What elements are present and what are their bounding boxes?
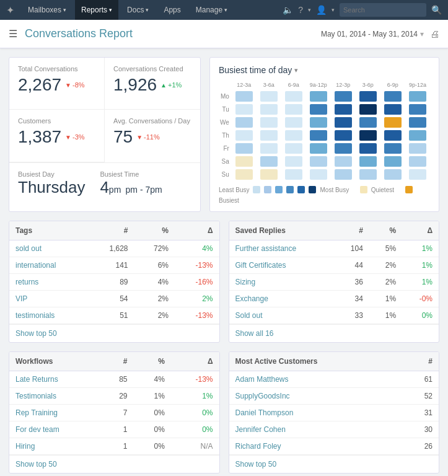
table-row: For dev team10%0% bbox=[9, 421, 219, 438]
workflows-col-pct: % bbox=[134, 352, 171, 371]
top-row: Total Conversations 2,267 ▼ -8% Conversa… bbox=[9, 57, 439, 212]
row-hash: 141 bbox=[88, 257, 134, 274]
nav-reports[interactable]: Reports ▾ bbox=[75, 0, 118, 20]
table-row: Richard Foley26 bbox=[229, 438, 439, 455]
row-name[interactable]: Richard Foley bbox=[229, 438, 402, 455]
table-row: sold out1,62872%4% bbox=[9, 240, 219, 257]
tags-show-more[interactable]: Show top 50 bbox=[9, 324, 219, 342]
row-delta: -0% bbox=[402, 291, 439, 307]
legend-swatch-3 bbox=[275, 186, 283, 193]
active-customers-col-hash: # bbox=[401, 352, 439, 371]
user-icon[interactable]: 👤 bbox=[316, 5, 327, 15]
row-name[interactable]: Jennifer Cohen bbox=[229, 421, 402, 438]
row-name[interactable]: Exchange bbox=[229, 291, 334, 307]
row-name[interactable]: returns bbox=[9, 274, 88, 291]
nav-mailboxes[interactable]: Mailboxes ▾ bbox=[22, 0, 72, 20]
row-name[interactable]: Gift Certificates bbox=[229, 257, 334, 274]
row-hash: 1 bbox=[100, 438, 134, 455]
chevron-down-icon: ▾ bbox=[63, 7, 66, 13]
legend-swatch-5 bbox=[297, 186, 305, 193]
row-name[interactable]: SupplyGoodsInc bbox=[229, 388, 402, 405]
row-name[interactable]: sold out bbox=[9, 240, 88, 257]
row-name[interactable]: testimonials bbox=[9, 307, 88, 324]
row-delta: N/A bbox=[171, 438, 219, 455]
row-pct: 6% bbox=[134, 257, 175, 274]
nav-docs[interactable]: Docs ▾ bbox=[121, 0, 155, 20]
heatmap-panel: Busiest time of day ▾ 12-3a3-6a6-9a9a-12… bbox=[209, 57, 439, 212]
row-delta: 1% bbox=[402, 274, 439, 291]
help-icon[interactable]: ? bbox=[298, 5, 303, 15]
row-pct: 1% bbox=[369, 291, 402, 307]
chevron-down-icon[interactable]: ▾ bbox=[420, 30, 424, 38]
volume-icon[interactable]: 🔈 bbox=[283, 5, 293, 15]
row-pct: 72% bbox=[134, 240, 175, 257]
table-row: Further assistance1045%1% bbox=[229, 240, 439, 257]
row-name[interactable]: international bbox=[9, 257, 88, 274]
chevron-down-icon: ▾ bbox=[308, 7, 311, 13]
row-pct: 4% bbox=[134, 371, 171, 388]
tags-col-delta: Δ bbox=[175, 221, 219, 240]
row-pct: 2% bbox=[369, 274, 402, 291]
tags-table: Tags # % Δ sold out1,62872%4%internation… bbox=[9, 221, 220, 343]
legend-swatch-busiest bbox=[405, 186, 413, 193]
row-pct: 2% bbox=[134, 307, 175, 324]
arrow-up-icon: ▲ bbox=[160, 82, 167, 89]
row-name[interactable]: Rep Training bbox=[9, 405, 100, 421]
nav-icons: 🔈 ? ▾ 👤 ▾ 🔍 bbox=[283, 3, 442, 17]
table-row: VIP542%2% bbox=[9, 291, 219, 307]
active-customers-table: Most Active Customers # Adam Matthews61S… bbox=[229, 351, 440, 474]
chevron-down-icon[interactable]: ▾ bbox=[294, 66, 298, 74]
table-row: Sizing362%1% bbox=[229, 274, 439, 291]
row-delta: -13% bbox=[175, 257, 219, 274]
row-name[interactable]: Late Returns bbox=[9, 371, 100, 388]
table-row: Gift Certificates442%1% bbox=[229, 257, 439, 274]
chevron-down-icon: ▾ bbox=[224, 7, 227, 13]
row-name[interactable]: Testimonials bbox=[9, 388, 100, 405]
row-hash: 30 bbox=[401, 421, 439, 438]
stat-cards: Total Conversations 2,267 ▼ -8% Conversa… bbox=[9, 57, 201, 212]
print-icon[interactable]: 🖨 bbox=[430, 29, 439, 39]
row-name[interactable]: Adam Matthews bbox=[229, 371, 402, 388]
row-pct: 1% bbox=[134, 388, 171, 405]
row-name[interactable]: Sizing bbox=[229, 274, 334, 291]
row-name[interactable]: VIP bbox=[9, 291, 88, 307]
row-name[interactable]: Further assistance bbox=[229, 240, 334, 257]
nav-apps[interactable]: Apps bbox=[157, 0, 187, 20]
menu-icon[interactable]: ☰ bbox=[9, 28, 17, 40]
busiest-day: Busiest Day Thursday bbox=[18, 170, 85, 197]
table-row: Adam Matthews61 bbox=[229, 371, 439, 388]
saved-replies-table: Saved Replies # % Δ Further assistance10… bbox=[229, 221, 440, 343]
legend-swatch-2 bbox=[264, 186, 271, 193]
workflows-col-hash: # bbox=[100, 352, 134, 371]
logo-icon: ✦ bbox=[6, 4, 14, 16]
row-delta: 2% bbox=[175, 291, 219, 307]
row-pct: 0% bbox=[134, 405, 171, 421]
saved-replies-show-more[interactable]: Show all 16 bbox=[229, 324, 439, 342]
table-row: Rep Training70%0% bbox=[9, 405, 219, 421]
legend-swatch-1 bbox=[253, 186, 260, 193]
row-hash: 54 bbox=[88, 291, 134, 307]
arrow-down-icon: ▼ bbox=[65, 82, 71, 89]
workflows-col-name: Workflows bbox=[9, 352, 100, 371]
row-hash: 85 bbox=[100, 371, 134, 388]
nav-manage[interactable]: Manage ▾ bbox=[190, 0, 234, 20]
arrow-down-icon: ▼ bbox=[136, 134, 143, 141]
heatmap-legend: Least Busy Most Busy Quietest Busiest bbox=[219, 186, 430, 204]
row-name[interactable]: Hiring bbox=[9, 438, 100, 455]
row-name[interactable]: Daniel Thompson bbox=[229, 405, 402, 421]
sub-header: ☰ Conversations Report May 01, 2014 - Ma… bbox=[0, 20, 448, 48]
table-row: Exchange341%-0% bbox=[229, 291, 439, 307]
table-row: Late Returns854%-13% bbox=[9, 371, 219, 388]
row-name[interactable]: For dev team bbox=[9, 421, 100, 438]
row-name[interactable]: Sold out bbox=[229, 307, 334, 324]
page-title: Conversations Report bbox=[25, 27, 321, 40]
tags-col-pct: % bbox=[134, 221, 175, 240]
search-input[interactable] bbox=[340, 3, 426, 17]
workflows-show-more[interactable]: Show top 50 bbox=[9, 455, 219, 473]
arrow-down-icon: ▼ bbox=[65, 134, 71, 141]
row-hash: 34 bbox=[334, 291, 369, 307]
customers-show-more[interactable]: Show top 50 bbox=[229, 455, 439, 473]
row-hash: 1 bbox=[100, 421, 134, 438]
top-nav: ✦ Mailboxes ▾ Reports ▾ Docs ▾ Apps Mana… bbox=[0, 0, 448, 20]
table-row: returns894%-16% bbox=[9, 274, 219, 291]
